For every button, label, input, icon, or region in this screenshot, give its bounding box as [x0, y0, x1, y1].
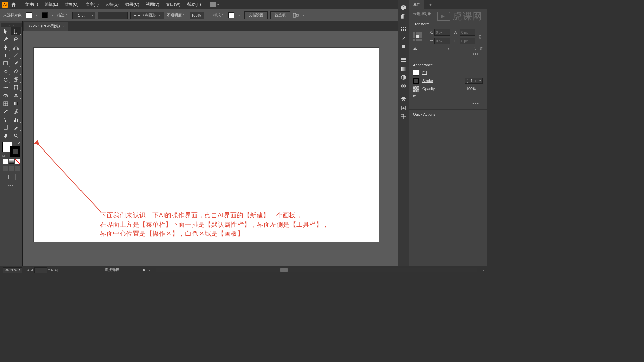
reference-point[interactable] — [413, 32, 422, 41]
tab-properties[interactable]: 属性 — [409, 0, 424, 9]
scale-tool[interactable] — [11, 75, 21, 83]
slice-tool[interactable] — [11, 124, 21, 131]
document-tab[interactable]: 36.26% (RGB/预览) × — [24, 22, 68, 31]
flip-h-icon[interactable]: ⇋ — [473, 46, 476, 51]
symbols-panel-icon[interactable] — [400, 43, 407, 51]
menu-type[interactable]: 文字(T) — [82, 0, 102, 9]
opacity-dropdown[interactable]: › — [207, 14, 211, 17]
draw-normal[interactable] — [3, 166, 8, 171]
zoom-tool[interactable] — [11, 132, 21, 139]
next-artboard-icon[interactable]: ▶ — [51, 268, 53, 272]
fill-swatch[interactable] — [26, 12, 32, 18]
menu-object[interactable]: 对象(O) — [61, 0, 82, 9]
tab-libraries[interactable]: 库 — [424, 0, 436, 9]
transparency-panel-icon[interactable] — [400, 74, 407, 81]
draw-behind[interactable] — [9, 166, 14, 171]
edit-toolbar[interactable]: ••• — [1, 183, 22, 188]
appearance-opacity-swatch[interactable] — [413, 86, 419, 92]
type-tool[interactable] — [1, 51, 11, 59]
brushes-panel-icon[interactable] — [400, 35, 407, 42]
brush-dropdown[interactable]: ▾ — [158, 14, 162, 17]
style-swatch[interactable] — [228, 12, 234, 18]
y-field[interactable]: 0 px — [434, 38, 450, 44]
appearance-opacity-label[interactable]: Opacity — [422, 87, 463, 91]
fill-dropdown[interactable]: ▾ — [35, 14, 39, 17]
prev-artboard-icon[interactable]: ◀ — [31, 268, 33, 272]
preferences-button[interactable]: 首选项 — [270, 11, 290, 19]
spin-up-icon[interactable]: ▴ — [73, 12, 77, 15]
w-field[interactable]: 0 px — [460, 29, 475, 36]
mesh-tool[interactable] — [1, 100, 11, 107]
last-artboard-icon[interactable]: ▶| — [55, 268, 58, 272]
symbol-sprayer-tool[interactable] — [1, 116, 11, 123]
menu-window[interactable]: 窗口(W) — [163, 0, 184, 9]
spin-down-icon[interactable]: ▾ — [73, 15, 77, 19]
blend-tool[interactable] — [11, 108, 21, 115]
scroll-left-icon[interactable]: ‹ — [149, 268, 150, 272]
menu-file[interactable]: 文件(F) — [21, 0, 41, 9]
appearance-opacity-value[interactable]: 100% — [466, 87, 476, 91]
h-field[interactable]: 0 px — [460, 38, 475, 44]
artboard[interactable]: 下面我们来认识一下AI的操作界面，点击AI界面的【新建】一个画板， 在界面上方是… — [34, 48, 379, 242]
appearance-fill-label[interactable]: Fill — [422, 71, 483, 75]
tab-close-icon[interactable]: × — [13, 24, 14, 27]
stroke-weight-value[interactable]: 1 pt — [77, 13, 90, 17]
appearance-stroke-label[interactable]: Stroke — [422, 79, 462, 83]
stroke-dropdown[interactable]: ▾ — [50, 14, 55, 17]
gradient-tool[interactable] — [11, 100, 21, 107]
stroke-weight-dropdown[interactable]: ▾ — [90, 14, 95, 17]
appearance-panel-icon[interactable] — [400, 82, 407, 90]
menu-view[interactable]: 视图(V) — [143, 0, 163, 9]
appearance-stroke-swatch[interactable] — [413, 78, 419, 84]
tab-close-icon[interactable]: × — [63, 24, 65, 28]
line-segment-tool[interactable] — [11, 51, 21, 59]
swatches-panel-icon[interactable] — [400, 26, 407, 33]
stroke-weight-input[interactable]: ▴▾ 1 pt ▾ — [72, 12, 95, 19]
transform-more[interactable]: ••• — [413, 51, 483, 57]
eyedropper-tool[interactable] — [1, 108, 11, 115]
stroke-swatch[interactable] — [42, 12, 48, 18]
link-wh-icon[interactable]: ⟨⟩ — [477, 32, 483, 42]
arrange-documents-icon[interactable] — [210, 2, 216, 7]
hand-tool[interactable] — [1, 132, 11, 139]
curvature-tool[interactable] — [11, 43, 21, 51]
appearance-fill-swatch[interactable] — [413, 70, 419, 76]
play-icon[interactable]: ▶ — [143, 268, 146, 272]
style-dropdown[interactable]: ▾ — [237, 14, 241, 17]
appearance-stroke-weight[interactable]: ▴▾ 1 pt▾ — [465, 78, 483, 84]
artboards-panel-icon[interactable] — [400, 113, 407, 120]
variable-width-profile[interactable] — [98, 12, 128, 19]
gradient-mode[interactable] — [9, 159, 14, 164]
tab-left-icon[interactable]: « — [9, 24, 10, 27]
pen-tool[interactable] — [1, 43, 11, 51]
draw-inside[interactable] — [15, 166, 20, 171]
eraser-tool[interactable] — [11, 67, 21, 75]
paintbrush-tool[interactable] — [11, 59, 21, 67]
fx-label[interactable]: fx. — [413, 94, 417, 98]
stroke-color[interactable] — [10, 146, 20, 157]
magic-wand-tool[interactable] — [1, 35, 11, 43]
asset-export-panel-icon[interactable] — [400, 104, 407, 112]
scroll-right-icon[interactable]: › — [483, 268, 484, 272]
arrange-dropdown[interactable]: ▾ — [217, 3, 219, 6]
none-mode[interactable] — [15, 159, 20, 164]
angle-dropdown[interactable]: ▾ — [446, 47, 451, 50]
x-field[interactable]: 0 px — [434, 29, 450, 36]
align-dropdown[interactable]: ▾ — [302, 14, 306, 17]
rectangle-tool[interactable] — [1, 59, 11, 67]
perspective-grid-tool[interactable] — [11, 92, 21, 99]
rotate-tool[interactable] — [1, 75, 11, 83]
opacity-input[interactable]: 100% — [190, 12, 204, 19]
lasso-tool[interactable] — [11, 35, 21, 43]
first-artboard-icon[interactable]: |◀ — [26, 268, 29, 272]
menu-effect[interactable]: 效果(C) — [122, 0, 143, 9]
document-setup-button[interactable]: 文档设置 — [244, 11, 268, 19]
artboard-tool[interactable] — [1, 124, 11, 131]
color-mode[interactable] — [3, 159, 8, 164]
horizontal-scrollbar[interactable] — [156, 268, 478, 272]
color-panel-icon[interactable] — [400, 4, 407, 11]
selection-tool[interactable] — [1, 27, 11, 35]
opacity-expand-icon[interactable]: › — [479, 87, 483, 90]
screen-mode[interactable] — [7, 174, 16, 180]
home-icon[interactable] — [11, 2, 17, 8]
